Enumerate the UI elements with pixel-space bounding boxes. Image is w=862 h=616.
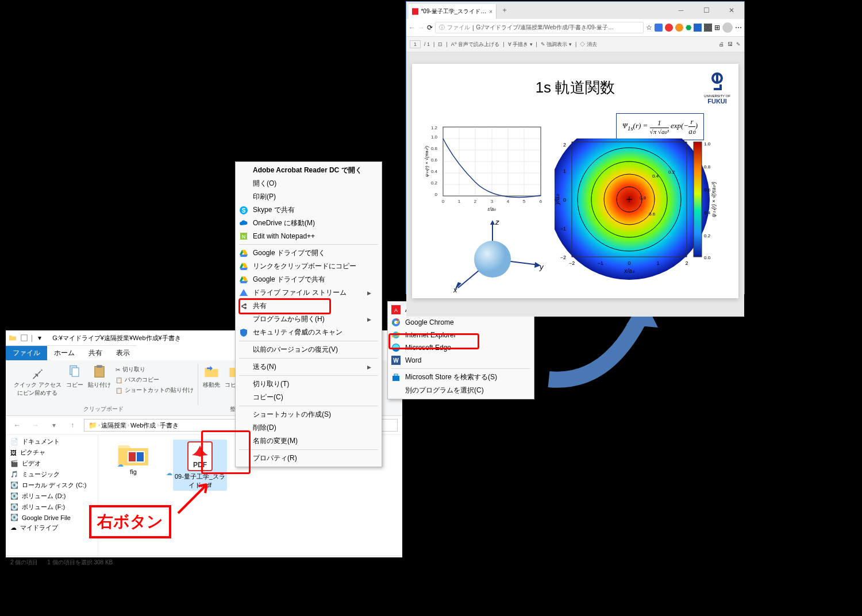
- address-field[interactable]: ⓘ ファイル | G:/マイドライブ/遠隔授業/Web作成/手書き/09-量子…: [435, 22, 644, 33]
- page-title: 1s 軌道関数: [420, 78, 730, 98]
- svg-text:y/a₀: y/a₀: [555, 194, 560, 205]
- paste-button[interactable]: 貼り付け: [87, 363, 112, 398]
- svg-rect-26: [412, 8, 418, 14]
- refresh-button[interactable]: ⟳: [427, 24, 433, 32]
- nav-volf[interactable]: 💽ボリューム (F:): [6, 502, 98, 513]
- erase-button[interactable]: ◇ 消去: [580, 41, 597, 48]
- nav-music[interactable]: 🎵ミュージック: [6, 469, 98, 480]
- back-button[interactable]: ←: [409, 24, 415, 32]
- nav-gdrive[interactable]: 💽Google Drive File: [6, 513, 98, 522]
- navigation-pane[interactable]: 📄ドキュメント 🖼ピクチャ 🎬ビデオ 🎵ミュージック 💽ローカル ディスク (C…: [6, 435, 98, 556]
- pdf-viewport[interactable]: 1s 軌道関数 UNIVERSITY OF FUKUI Ψ1s(r) = 1√π…: [406, 52, 744, 317]
- page-input[interactable]: 1: [410, 40, 421, 48]
- menuitem-microsoft-store-s-[interactable]: Microsoft Store を検索する(S): [389, 371, 533, 384]
- menuitem-google-chrome[interactable]: Google Chrome: [389, 316, 533, 329]
- edge-titlebar[interactable]: *09-量子工学_スライド.pdf × + ─ ☐ ✕: [406, 2, 744, 19]
- annotation-highlight-edge: [388, 333, 479, 349]
- pasteshortcut-button[interactable]: 📋ショートカットの貼り付け: [114, 386, 195, 395]
- more-button[interactable]: ✎: [736, 41, 741, 47]
- edge-tab[interactable]: *09-量子工学_スライド.pdf ×: [409, 4, 497, 19]
- nav-localc[interactable]: 💽ローカル ディスク (C:): [6, 480, 98, 491]
- folder-fig[interactable]: ☁ fig: [107, 440, 159, 475]
- nav-mydrive[interactable]: ☁マイドライブ: [6, 522, 98, 533]
- cut-button[interactable]: ✂切り取り: [114, 365, 195, 374]
- menu-button[interactable]: ⋯: [735, 24, 742, 32]
- menuitem--[interactable]: セキュリティ脅威のスキャン: [237, 326, 380, 339]
- nav-pictures[interactable]: 🖼ピクチャ: [6, 447, 98, 458]
- svg-text:0: 0: [563, 197, 566, 203]
- menuitem--[interactable]: リンクをクリップボードにコピー: [237, 260, 380, 273]
- maximize-button[interactable]: ☐: [694, 2, 719, 19]
- fit-button[interactable]: ⊡: [438, 41, 442, 47]
- tab-view[interactable]: 表示: [109, 345, 137, 360]
- ext2-icon[interactable]: [665, 24, 673, 32]
- menuitem--m-[interactable]: 名前の変更(M): [237, 434, 380, 448]
- menuitem--[interactable]: ドライブ ファイル ストリーム▶: [237, 286, 380, 299]
- ext5-icon[interactable]: [694, 24, 702, 32]
- ext6-icon[interactable]: [704, 24, 712, 32]
- svg-text:N: N: [242, 234, 246, 240]
- menuitem-adobe-acrobat-reader-dc-[interactable]: Adobe Acrobat Reader DC で開く: [237, 164, 380, 177]
- menuitem--s-[interactable]: ショートカットの作成(S): [237, 408, 380, 421]
- up-button[interactable]: ↑: [66, 418, 79, 432]
- nav-documents[interactable]: 📄ドキュメント: [6, 436, 98, 447]
- annotation-rightbutton: 右ボタン: [89, 505, 171, 538]
- draw-button[interactable]: ∀ 手描き ▾: [508, 41, 533, 48]
- svg-text:S: S: [242, 207, 246, 214]
- back-button[interactable]: ←: [10, 418, 24, 432]
- svg-text:0.8: 0.8: [431, 146, 438, 151]
- menuitem-edit-with-notepad-[interactable]: NEdit with Notepad++: [237, 230, 380, 242]
- svg-text:0: 0: [628, 260, 630, 266]
- svg-text:6: 6: [540, 199, 542, 204]
- svg-text:5: 5: [523, 199, 526, 204]
- menuitem--v-[interactable]: 以前のバージョンの復元(V): [237, 343, 380, 356]
- svg-text:0.2: 0.2: [704, 233, 711, 238]
- svg-text:y: y: [539, 263, 544, 271]
- moveto-button[interactable]: 移動先: [202, 363, 221, 390]
- tab-home[interactable]: ホーム: [47, 345, 82, 360]
- close-tab-icon[interactable]: ×: [489, 9, 492, 15]
- checkbox-icon[interactable]: [20, 333, 29, 342]
- recent-dropdown[interactable]: ▾: [47, 418, 61, 432]
- menuitem-word[interactable]: WWord: [389, 354, 533, 367]
- qat-dropdown-icon[interactable]: ▾: [35, 333, 44, 342]
- menuitem--n-[interactable]: 送る(N)▶: [237, 360, 380, 374]
- profile-button[interactable]: [722, 22, 733, 33]
- close-button[interactable]: ✕: [719, 2, 744, 19]
- print-button[interactable]: 🖨: [719, 41, 724, 47]
- forward-button[interactable]: →: [29, 418, 43, 432]
- copypath-button[interactable]: 📋パスのコピー: [114, 375, 195, 384]
- ext1-icon[interactable]: [655, 24, 663, 32]
- menuitem--c-[interactable]: 別のプログラムを選択(C): [389, 384, 533, 397]
- menuitem-google-[interactable]: Google ドライブで共有: [237, 273, 380, 286]
- copy-button[interactable]: コピー: [65, 363, 84, 398]
- pin-quickaccess-button[interactable]: クイック アクセス にピン留めする: [13, 363, 63, 398]
- nav-videos[interactable]: 🎬ビデオ: [6, 458, 98, 469]
- new-tab-button[interactable]: +: [497, 6, 513, 14]
- save-button[interactable]: 🖫: [728, 41, 733, 47]
- menuitem--c-[interactable]: コピー(C): [237, 391, 380, 404]
- menuitem-skype-[interactable]: SSkype で共有: [237, 203, 380, 217]
- tab-file[interactable]: ファイル: [6, 345, 47, 360]
- nav-vold[interactable]: 💽ボリューム (D:): [6, 491, 98, 502]
- svg-text:1: 1: [563, 168, 566, 174]
- favorite-button[interactable]: ☆: [646, 24, 652, 32]
- menuitem--o-[interactable]: 開く(O): [237, 177, 380, 190]
- forward-button[interactable]: →: [418, 24, 425, 32]
- ext3-icon[interactable]: [675, 24, 683, 32]
- read-aloud-button[interactable]: A⁹ 音声で読み上げる: [451, 41, 500, 48]
- svg-text:0.2: 0.2: [431, 180, 438, 186]
- menuitem--p-[interactable]: 印刷(P): [237, 190, 380, 203]
- highlight-button[interactable]: ✎ 強調表示 ▾: [541, 41, 572, 48]
- menuitem--r-[interactable]: プロパティ(R): [237, 452, 380, 465]
- menuitem--t-[interactable]: 切り取り(T): [237, 378, 380, 391]
- minimize-button[interactable]: ─: [668, 2, 694, 19]
- ext4-icon[interactable]: ⬣: [686, 24, 691, 32]
- collect-button[interactable]: ⊞: [714, 24, 720, 32]
- menuitem--d-[interactable]: 削除(D): [237, 421, 380, 434]
- svg-text:0.4: 0.4: [431, 169, 438, 174]
- menuitem-google-[interactable]: Google ドライブで開く: [237, 247, 380, 260]
- menuitem-onedrive-m-[interactable]: OneDrive に移動(M): [237, 217, 380, 230]
- tab-share[interactable]: 共有: [82, 345, 109, 360]
- menuitem--h-[interactable]: プログラムから開く(H)▶: [237, 313, 380, 326]
